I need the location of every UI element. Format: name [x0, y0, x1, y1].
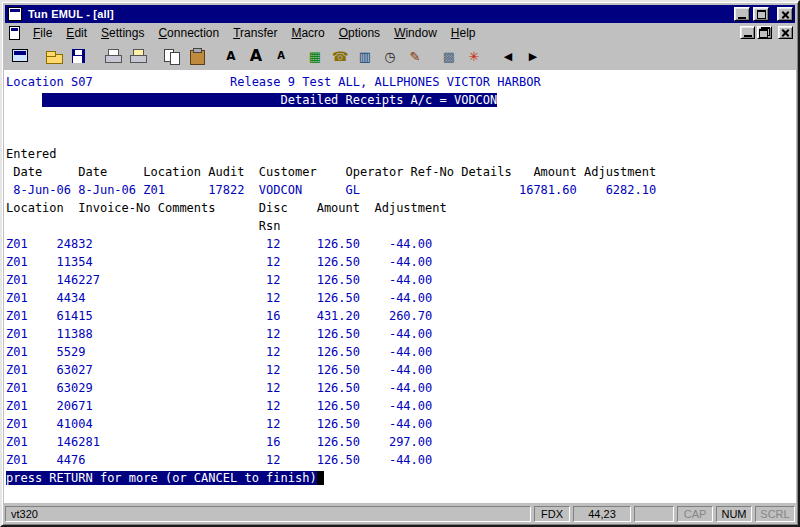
cursor-block	[317, 471, 324, 485]
cursor-position-status: 44,23	[573, 506, 631, 522]
menu-item-window[interactable]: Window	[387, 24, 444, 43]
terminal-line: Location Invoice-No Comments Disc Amount…	[6, 199, 796, 217]
menu-item-help[interactable]: Help	[444, 24, 483, 43]
terminal-line: 8-Jun-06 8-Jun-06 Z01 17822 VODCON GL 16…	[6, 181, 796, 199]
columns-icon: ▥	[359, 50, 371, 63]
timer-button[interactable]: ◷	[378, 45, 402, 67]
columns-button[interactable]: ▥	[353, 45, 377, 67]
toolbar-separator	[428, 44, 436, 68]
toolbar-separator	[92, 44, 100, 68]
terminal-text: Location S07 Release 9 Test ALL, ALLPHON…	[6, 75, 541, 89]
menu-item-file[interactable]: File	[26, 24, 59, 43]
open-button[interactable]	[42, 45, 66, 67]
app-icon[interactable]	[7, 7, 23, 21]
terminal-line	[6, 127, 796, 145]
mdi-close-icon	[781, 28, 790, 37]
mdi-close-button[interactable]	[778, 26, 793, 39]
terminal-text: 8-Jun-06 8-Jun-06 Z01 17822 VODCON GL 16…	[6, 183, 656, 197]
copy-button[interactable]	[160, 45, 184, 67]
mdi-document-icon[interactable]	[7, 26, 22, 40]
grid-zoom-icon: ▩	[443, 50, 455, 63]
macro-burst-icon: ✳	[469, 50, 480, 63]
maximize-button[interactable]	[753, 7, 769, 21]
macro-burst-button[interactable]: ✳	[462, 45, 486, 67]
mdi-restore-button[interactable]	[757, 26, 772, 39]
printer-icon	[103, 48, 123, 65]
terminal-text: Rsn	[6, 219, 281, 233]
font-smaller-button[interactable]: A	[269, 45, 293, 67]
printer2-icon	[128, 48, 148, 65]
menu-item-edit[interactable]: Edit	[59, 24, 94, 43]
folder-icon	[44, 48, 64, 65]
font-charset-icon: A	[226, 50, 235, 62]
new-session-button[interactable]	[8, 45, 32, 67]
font-charset-button[interactable]: A	[219, 45, 243, 67]
terminal-reverse-text: Detailed Receipts A/c = VODCON	[42, 93, 497, 107]
timer-icon: ◷	[384, 50, 395, 63]
menu-item-settings[interactable]: Settings	[94, 24, 151, 43]
terminal-line: Z01 24832 12 126.50 -44.00	[6, 235, 796, 253]
terminal-text: Z01 63027 12 126.50 -44.00	[6, 363, 432, 377]
terminal-line: Location S07 Release 9 Test ALL, ALLPHON…	[6, 73, 796, 91]
title-bar[interactable]: Tun EMUL - [all]	[5, 5, 795, 23]
terminal-line: Z01 63027 12 126.50 -44.00	[6, 361, 796, 379]
toolbar-separator	[210, 44, 218, 68]
mdi-restore-icon	[759, 27, 770, 38]
terminal-line: Entered	[6, 145, 796, 163]
minimize-button[interactable]	[734, 7, 750, 21]
terminal-text: Location Invoice-No Comments Disc Amount…	[6, 201, 447, 215]
terminal-line: Z01 5529 12 126.50 -44.00	[6, 343, 796, 361]
notes-button[interactable]: ✎	[403, 45, 427, 67]
terminal-line: Z01 20671 12 126.50 -44.00	[6, 397, 796, 415]
display-grid-button[interactable]: ▦	[303, 45, 327, 67]
back-icon: ◀	[504, 51, 512, 62]
toolbar-separator	[33, 44, 41, 68]
grid-zoom-button[interactable]: ▩	[437, 45, 461, 67]
terminal-text: Z01 61415 16 431.20 260.70	[6, 309, 432, 323]
terminal-line: Detailed Receipts A/c = VODCON	[6, 91, 796, 109]
menu-item-transfer[interactable]: Transfer	[226, 24, 284, 43]
terminal-text: Z01 41004 12 126.50 -44.00	[6, 417, 432, 431]
emulation-status: vt320	[5, 506, 531, 522]
close-button[interactable]	[777, 7, 793, 21]
terminal-reverse-text: press RETURN for more (or CANCEL to fini…	[6, 471, 317, 485]
terminal-screen[interactable]: Location S07 Release 9 Test ALL, ALLPHON…	[4, 70, 796, 503]
floppy-icon	[69, 48, 89, 65]
menu-item-connection[interactable]: Connection	[151, 24, 226, 43]
paste-button[interactable]	[185, 45, 209, 67]
menu-bar: FileEditSettingsConnectionTransferMacroO…	[4, 23, 796, 42]
display-grid-icon: ▦	[309, 50, 321, 63]
terminal-text: Date Date Location Audit Customer Operat…	[6, 165, 656, 179]
toolbar-separator	[294, 44, 302, 68]
mdi-window-controls	[740, 26, 793, 39]
print-setup-button[interactable]	[126, 45, 150, 67]
close-icon	[781, 10, 790, 19]
terminal-text: Entered	[6, 147, 57, 161]
menu-item-macro[interactable]: Macro	[284, 24, 331, 43]
font-larger-button[interactable]: A	[244, 45, 268, 67]
print-button[interactable]	[101, 45, 125, 67]
font-smaller-icon: A	[277, 51, 285, 61]
notes-icon: ✎	[410, 50, 421, 63]
clipboard-icon	[187, 48, 207, 65]
terminal-line: Z01 4476 12 126.50 -44.00	[6, 451, 796, 469]
save-button[interactable]	[67, 45, 91, 67]
terminal-line: Z01 146281 16 126.50 297.00	[6, 433, 796, 451]
terminal-line	[6, 109, 796, 127]
forward-icon: ▶	[529, 51, 537, 62]
dial-button[interactable]: ☎	[328, 45, 352, 67]
copy-icon	[162, 48, 182, 65]
terminal-line: Z01 4434 12 126.50 -44.00	[6, 289, 796, 307]
forward-button[interactable]: ▶	[521, 45, 545, 67]
terminal-line: Z01 11388 12 126.50 -44.00	[6, 325, 796, 343]
back-button[interactable]: ◀	[496, 45, 520, 67]
terminal-text: Z01 24832 12 126.50 -44.00	[6, 237, 432, 251]
mdi-minimize-button[interactable]	[740, 26, 755, 39]
terminal-line: Z01 61415 16 431.20 260.70	[6, 307, 796, 325]
maximize-icon	[757, 10, 766, 19]
terminal-line: Z01 146227 12 126.50 -44.00	[6, 271, 796, 289]
toolbar-separator	[151, 44, 159, 68]
menu-item-options[interactable]: Options	[332, 24, 387, 43]
toolbar-separator	[487, 44, 495, 68]
caps-lock-status: CAP	[677, 506, 713, 522]
